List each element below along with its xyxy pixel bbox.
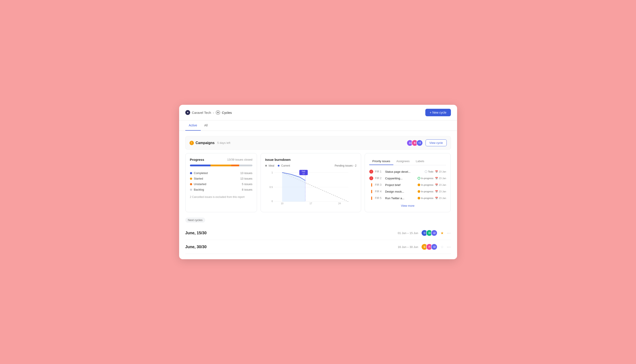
progress-item-completed: Completed 13 issues <box>190 170 252 176</box>
cycle-name-2: June, 30/30 <box>185 245 207 249</box>
view-more-link[interactable]: View more <box>401 204 414 207</box>
header: ▾ Caravel Tech › Cycles + New cycle <box>179 105 457 120</box>
label-unstarted: Unstarted <box>194 182 206 186</box>
legend-dot-current <box>278 165 280 166</box>
progress-item-unstarted: Unstarted 5 issues <box>190 181 252 187</box>
status-dot-5 <box>418 197 420 200</box>
progress-header: Progress 13/39 issues closed <box>190 158 252 162</box>
app-window: ▾ Caravel Tech › Cycles + New cycle Acti… <box>179 105 457 259</box>
issue-priority-icon-2: ! <box>369 176 373 180</box>
campaign-title: ! Campaigns 5 days left <box>190 141 230 145</box>
dot-backlog <box>190 188 192 191</box>
cycle-dates-1: 01 Jun – 15 Jun <box>398 232 418 235</box>
view-more: View more <box>369 204 446 208</box>
campaign-status-icon: ! <box>190 141 194 145</box>
progress-title: Progress <box>190 158 204 162</box>
cycle-avatars-2: E F +2 <box>421 244 438 250</box>
cycle-avatar-2-count: +2 <box>431 244 438 250</box>
cycle-dates-2: 16 Jun – 30 Jun <box>398 245 418 248</box>
cycle-star-2[interactable]: ☆ <box>440 245 444 249</box>
burndown-chart: 1 0.5 0 10 Feb 17 Feb 24 Feb <box>265 170 356 205</box>
issue-id-1: FIR 1 <box>375 170 384 173</box>
progress-items: Completed 13 issues Started 13 issues <box>190 170 252 192</box>
svg-text:0.5: 0.5 <box>270 186 273 188</box>
campaign-right: A B +2 View cycle <box>406 140 446 146</box>
tab-labels[interactable]: Labels <box>413 158 427 165</box>
page-title: Cycles <box>222 111 232 114</box>
campaign-days-left: 5 days left <box>217 141 230 144</box>
svg-text:12: 12 <box>302 172 305 175</box>
issue-row-fir4: ▐ FIR 4 Design mock... In-progress 📅 23 … <box>369 188 446 195</box>
svg-text:Feb: Feb <box>338 204 342 205</box>
issue-name-5: Run Twitter a... <box>385 196 416 200</box>
issue-date-4: 📅 23 Jan <box>435 190 446 193</box>
status-dot-1 <box>425 170 427 173</box>
issue-id-4: FIR 4 <box>375 190 384 193</box>
cycle-row-1: June, 15/30 01 Jun – 15 Jun C D +2 ★ ··· <box>185 226 451 240</box>
issue-id-3: FIR 3 <box>375 183 384 186</box>
progress-bar <box>190 164 252 166</box>
cycle-name-1: June, 15/30 <box>185 231 207 236</box>
svg-text:0: 0 <box>272 200 273 202</box>
issue-date-2: 📅 23 Jan <box>435 177 446 180</box>
issue-date-3: 📅 23 Jan <box>435 184 446 186</box>
progress-item-backlog: Backlog 8 issues <box>190 187 252 192</box>
issue-date-5: 📅 23 Jan <box>435 197 446 200</box>
org-name: Caravel Tech <box>192 111 211 114</box>
pending-issues: Pending issues - 2 <box>335 164 356 167</box>
progress-count: 13/39 issues closed <box>227 158 252 161</box>
next-cycles-section: Next cycles June, 15/30 01 Jun – 15 Jun … <box>185 218 451 254</box>
new-cycle-button[interactable]: + New cycle <box>425 109 451 116</box>
status-dot-2 <box>418 177 420 180</box>
next-cycles-header: Next cycles <box>185 218 205 222</box>
cycle-menu-2[interactable]: ··· <box>447 245 451 249</box>
issue-status-5: In-progress <box>418 197 434 200</box>
burndown-card: Issue burndown Ideal Current Pending iss… <box>260 153 361 212</box>
progress-segment-unstarted <box>231 164 239 166</box>
cycle-avatars-1: C D +2 <box>421 230 438 236</box>
progress-segment-backlog <box>239 164 252 166</box>
issue-status-2: In-progress <box>418 177 434 180</box>
issue-row-fir5: ▐ FIR 5 Run Twitter a... In-progress 📅 2… <box>369 195 446 202</box>
issue-name-2: Copywriting... <box>385 177 416 180</box>
priority-issues-card: Priority issues Assignees Labels ! FIR 1… <box>365 153 451 212</box>
view-cycle-button[interactable]: View cycle <box>426 140 446 146</box>
issue-row-fir1: ! FIR 1 Status page devel... Todo 📅 23 J… <box>369 168 446 175</box>
count-completed: 13 issues <box>240 172 252 175</box>
cycle-row-2-right: 16 Jun – 30 Jun E F +2 ☆ ··· <box>398 244 451 250</box>
tabs: Active All <box>179 120 457 131</box>
svg-text:Feb: Feb <box>280 204 284 205</box>
issue-date-1: 📅 23 Jan <box>435 170 446 173</box>
dot-started <box>190 178 192 180</box>
issue-status-3: In-progress <box>418 184 434 186</box>
org-logo-icon: ▾ <box>185 110 190 115</box>
dot-unstarted <box>190 183 192 185</box>
tab-all[interactable]: All <box>201 120 211 130</box>
progress-item-started: Started 13 issues <box>190 176 252 181</box>
cycle-menu-1[interactable]: ··· <box>447 231 451 236</box>
issue-name-3: Project brief <box>385 183 416 187</box>
tab-priority-issues[interactable]: Priority issues <box>369 158 393 165</box>
progress-card: Progress 13/39 issues closed Completed <box>185 153 257 212</box>
progress-segment-completed <box>190 164 211 166</box>
main-content: ! Campaigns 5 days left A B +2 View cycl… <box>179 131 457 259</box>
campaign-card: ! Campaigns 5 days left A B +2 View cycl… <box>185 136 451 150</box>
cycle-star-1[interactable]: ★ <box>440 231 444 235</box>
tab-active[interactable]: Active <box>185 120 201 130</box>
progress-segment-started <box>210 164 231 166</box>
burndown-svg: 1 0.5 0 10 Feb 17 Feb 24 Feb <box>265 170 356 205</box>
issue-priority-icon-5: ▐ <box>369 196 373 200</box>
count-backlog: 8 issues <box>242 188 252 191</box>
dashboard-grid: Progress 13/39 issues closed Completed <box>185 153 451 212</box>
legend-dot-ideal <box>265 165 267 166</box>
burndown-legend: Ideal Current Pending issues - 2 <box>265 164 356 167</box>
status-dot-3 <box>418 184 420 186</box>
campaign-avatars: A B +2 <box>406 140 423 146</box>
issue-name-4: Design mock... <box>385 190 416 193</box>
label-started: Started <box>194 177 203 180</box>
priority-tabs: Priority issues Assignees Labels <box>369 158 446 165</box>
svg-text:1: 1 <box>272 171 273 174</box>
tab-assignees[interactable]: Assignees <box>393 158 413 165</box>
avatar-count: +2 <box>416 140 423 146</box>
cancelled-note: 2 Cancelled issues is excluded from this… <box>190 196 252 198</box>
